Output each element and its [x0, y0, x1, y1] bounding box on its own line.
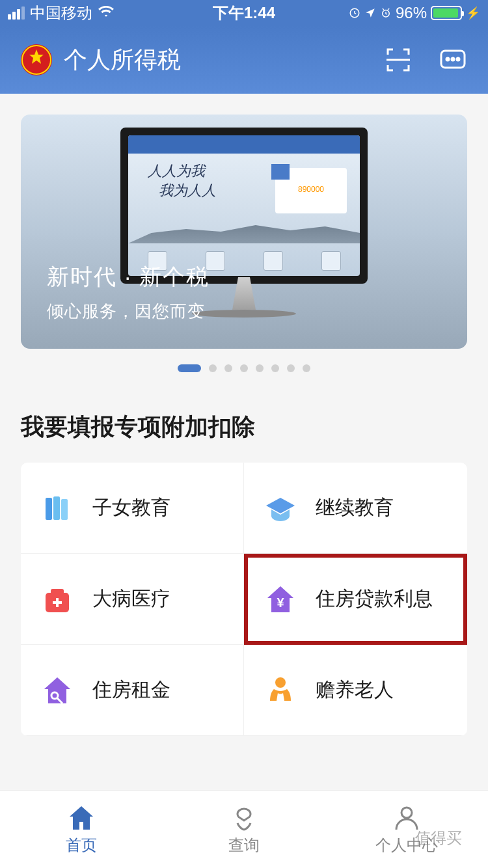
tab-profile[interactable]: 个人中心 — [325, 791, 488, 868]
tab-home[interactable]: 首页 — [0, 791, 163, 868]
svg-rect-12 — [51, 589, 64, 595]
carousel-dot[interactable] — [271, 364, 279, 372]
carousel-dot[interactable] — [303, 364, 310, 372]
tab-inquiry[interactable]: 查询 — [163, 791, 325, 868]
banner-subtitle: 倾心服务，因您而变 — [47, 300, 210, 323]
house-loan-icon: ¥ — [264, 582, 297, 616]
tile-label: 子女教育 — [92, 495, 170, 521]
section-title: 我要填报专项附加扣除 — [21, 411, 467, 443]
tile-label: 继续教育 — [316, 495, 394, 521]
location-icon — [364, 7, 376, 19]
graduation-icon — [264, 491, 297, 525]
status-bar: 中国移动 下午1:44 96% ⚡ — [0, 0, 488, 26]
banner-image: 人人为我 我为人人 890000 — [120, 128, 368, 284]
banner-calligraphy: 人人为我 我为人人 — [148, 161, 216, 200]
wifi-icon — [98, 3, 115, 23]
svg-point-16 — [401, 807, 412, 818]
carousel-dot[interactable] — [209, 364, 217, 372]
svg-rect-10 — [61, 499, 68, 520]
carousel-dot[interactable] — [178, 364, 201, 372]
tab-label: 首页 — [66, 835, 97, 856]
svg-point-7 — [457, 58, 459, 61]
home-icon — [67, 804, 96, 832]
svg-rect-9 — [53, 496, 60, 520]
app-logo — [20, 43, 53, 77]
clock-label: 下午1:44 — [165, 3, 323, 23]
banner-title: 新时代 · 新个税 — [47, 262, 210, 292]
carousel-dot[interactable] — [240, 364, 248, 372]
alarm-icon — [380, 7, 392, 19]
scan-icon[interactable] — [383, 44, 414, 75]
tab-bar: 首页 查询 个人中心 — [0, 790, 488, 868]
tile-housing-loan[interactable]: ¥ 住房贷款利息 — [244, 554, 467, 645]
tile-children-education[interactable]: 子女教育 — [21, 463, 244, 554]
tile-continuing-education[interactable]: 继续教育 — [244, 463, 467, 554]
svg-point-5 — [446, 58, 449, 61]
banner-carousel[interactable]: 人人为我 我为人人 890000 新时代 · 新个税 倾心服务，因您而变 — [21, 115, 467, 349]
inquiry-icon — [230, 804, 258, 832]
house-rent-icon — [40, 673, 74, 707]
status-right: 96% ⚡ — [323, 4, 480, 22]
svg-text:¥: ¥ — [277, 595, 284, 610]
header-actions — [383, 44, 468, 75]
medical-icon — [40, 582, 74, 616]
charging-icon: ⚡ — [466, 6, 480, 20]
tile-housing-rent[interactable]: 住房租金 — [21, 645, 244, 736]
svg-rect-8 — [46, 498, 52, 520]
books-icon — [40, 491, 74, 525]
tile-elderly-care[interactable]: 赡养老人 — [244, 645, 467, 736]
carousel-dot[interactable] — [224, 364, 232, 372]
app-title: 个人所得税 — [64, 44, 383, 76]
tile-label: 赡养老人 — [316, 677, 394, 703]
lock-icon — [349, 7, 360, 19]
tile-medical[interactable]: 大病医疗 — [21, 554, 244, 645]
tile-label: 住房贷款利息 — [316, 586, 433, 612]
tile-label: 大病医疗 — [92, 586, 170, 612]
battery-label: 96% — [396, 4, 427, 22]
profile-icon — [392, 804, 421, 832]
tile-label: 住房租金 — [92, 677, 170, 703]
tab-label: 查询 — [228, 835, 260, 856]
carrier-label: 中国移动 — [30, 3, 92, 23]
signal-icon — [8, 7, 25, 20]
message-icon[interactable] — [437, 44, 468, 75]
carousel-dot[interactable] — [256, 364, 264, 372]
battery-icon — [431, 6, 462, 20]
elderly-icon — [264, 673, 297, 707]
svg-point-15 — [275, 677, 286, 688]
deduction-grid: 子女教育 继续教育 大病医疗 ¥ 住房贷款利息 住房租金 赡养老人 — [21, 463, 467, 736]
tab-label: 个人中心 — [375, 835, 438, 856]
carousel-dots[interactable] — [0, 364, 488, 372]
status-left: 中国移动 — [8, 3, 165, 23]
carousel-dot[interactable] — [287, 364, 295, 372]
svg-point-6 — [452, 58, 454, 61]
app-header: 个人所得税 — [0, 26, 488, 94]
